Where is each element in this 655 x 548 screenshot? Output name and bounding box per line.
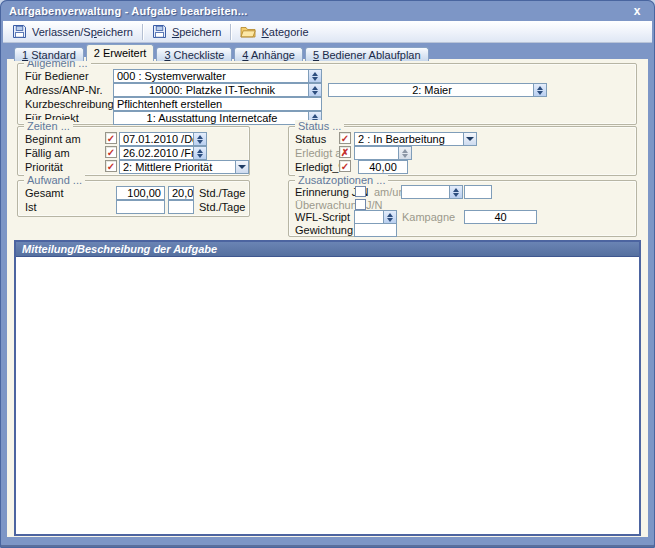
ist-tage-field[interactable] [168, 200, 194, 214]
beginnt-am-label: Beginnt am [25, 133, 81, 146]
category-label: Kategorie [261, 26, 308, 38]
faellig-am-label: Fällig am [25, 147, 70, 160]
beginnt-am-date-field[interactable]: 07.01.2010 /Do [119, 132, 207, 146]
wfl-script-value [355, 211, 383, 223]
prioritaet-label: Priorität [25, 161, 63, 174]
ist-unit-label: Std./Tage [199, 201, 245, 214]
status-value: 2 : In Bearbeitung [355, 133, 463, 145]
floppy-icon [12, 24, 27, 39]
spinner-button[interactable] [193, 133, 206, 145]
group-status: Status ... Status ✓ 2 : In Bearbeitung E… [288, 126, 637, 176]
contact-person-combo[interactable]: 2: Maier [328, 83, 547, 97]
erledigt-am-value [355, 147, 398, 159]
spinner-button[interactable] [308, 70, 321, 82]
tab-standard-label: 1 Standard [22, 49, 76, 61]
title-bar: Aufgabenverwaltung - Aufgabe bearbeiten.… [0, 0, 655, 21]
beginnt-am-check-icon[interactable]: ✓ [105, 132, 117, 144]
status-label: Status [295, 133, 326, 146]
adress-anp-label: Adress/ANP-Nr. [25, 84, 103, 97]
close-button[interactable]: x [628, 3, 646, 18]
form-panel: Allgemein ... Für Bediener 000 : Systemv… [7, 59, 648, 537]
erinnerung-datum-combo[interactable] [401, 185, 463, 199]
exit-save-label: Verlassen/Speichern [32, 26, 133, 38]
faellig-am-check-icon[interactable]: ✓ [105, 146, 117, 158]
spinner-button[interactable] [398, 147, 411, 159]
message-textarea[interactable] [16, 258, 639, 534]
adress-anp-combo[interactable]: 10000: Platzke IT-Technik [113, 83, 322, 97]
gesamt-label: Gesamt [25, 187, 64, 200]
floppy-icon [152, 24, 167, 39]
erledigt-pct-check-icon[interactable]: ✓ [339, 160, 351, 172]
group-zusatzoptionen-title: Zusatzoptionen ... [295, 174, 388, 186]
gesamt-stunden-field[interactable]: 100,00 [116, 186, 165, 200]
fuer-projekt-value: 1: Ausstattung Internetcafe [114, 112, 308, 124]
gesamt-tage-field[interactable]: 20,0 [168, 186, 194, 200]
fuer-bediener-value: 000 : Systemverwalter [114, 70, 308, 82]
tab-checkliste-label: 3 Checkliste [164, 49, 224, 61]
status-check-icon[interactable]: ✓ [339, 132, 351, 144]
ist-label: Ist [25, 201, 37, 214]
adress-anp-value: 10000: Platzke IT-Technik [114, 84, 308, 96]
gewichtung-field[interactable] [354, 223, 397, 237]
tab-anhaenge[interactable]: 4 Anhänge [234, 47, 303, 61]
tab-erweitert[interactable]: 2 Erweitert [86, 44, 155, 61]
fuer-bediener-combo[interactable]: 000 : Systemverwalter [113, 69, 322, 83]
message-section: Mitteilung/Beschreibung der Aufgabe [14, 240, 641, 536]
ueberwachung-checkbox[interactable] [355, 199, 366, 210]
group-zeiten: Zeiten ... Beginnt am ✓ 07.01.2010 /Do F… [17, 126, 250, 176]
fuer-bediener-label: Für Bediener [25, 70, 89, 83]
kurzbeschreibung-value: Pflichtenheft erstellen [114, 98, 321, 110]
gesamt-tage-value: 20,0 [169, 187, 193, 199]
erinnerung-datum-value [402, 186, 449, 198]
dropdown-arrow-button[interactable] [463, 133, 476, 145]
save-button[interactable]: Speichern [146, 22, 228, 42]
erledigt-am-date-field[interactable] [354, 146, 412, 160]
erinnerung-zeit-field[interactable] [464, 185, 492, 199]
kurzbeschreibung-input[interactable]: Pflichtenheft erstellen [113, 97, 322, 111]
ist-stunden-value [117, 201, 164, 213]
kampagne-field[interactable]: 40 [464, 210, 537, 224]
kurzbeschreibung-label: Kurzbeschreibung [25, 98, 114, 111]
tab-checkliste[interactable]: 3 Checkliste [156, 47, 232, 61]
group-zusatzoptionen: Zusatzoptionen ... Erinnerung J/N am/um … [288, 180, 637, 237]
dropdown-arrow-button[interactable] [235, 161, 248, 173]
ist-tage-value [169, 201, 193, 213]
erledigt-am-cross-icon[interactable]: ✗ [339, 146, 351, 158]
gewichtung-label: Gewichtung [295, 224, 353, 237]
faellig-am-value: 26.02.2010 /Fr [120, 147, 193, 159]
toolbar-separator [142, 24, 143, 40]
category-button[interactable]: Kategorie [234, 22, 314, 42]
gewichtung-value [355, 224, 396, 236]
group-status-title: Status ... [295, 120, 344, 132]
ist-stunden-field[interactable] [116, 200, 165, 214]
prioritaet-dropdown[interactable]: 2: Mittlere Priorität [119, 160, 249, 174]
spinner-button[interactable] [193, 147, 206, 159]
exit-save-button[interactable]: Verlassen/Speichern [6, 22, 139, 42]
group-zeiten-title: Zeiten ... [24, 120, 73, 132]
spinner-button[interactable] [449, 186, 462, 198]
toolbar: Verlassen/Speichern Speichern Kategorie [3, 21, 652, 43]
fuer-projekt-combo[interactable]: 1: Ausstattung Internetcafe [113, 111, 322, 125]
spinner-button[interactable] [533, 84, 546, 96]
wfl-script-combo[interactable] [354, 210, 397, 224]
tab-bediener-ablaufplan-label: 5 Bediener Ablaufplan [313, 49, 421, 61]
spinner-button[interactable] [383, 211, 396, 223]
erledigt-pct-field[interactable]: 40,00 [358, 160, 408, 174]
wfl-script-label: WFL-Script [295, 211, 350, 224]
app-window: Aufgabenverwaltung - Aufgabe bearbeiten.… [0, 0, 655, 548]
faellig-am-date-field[interactable]: 26.02.2010 /Fr [119, 146, 207, 160]
tab-standard[interactable]: 1 Standard [14, 47, 84, 61]
prioritaet-check-icon[interactable]: ✓ [105, 160, 117, 172]
tab-erweitert-label: 2 Erweitert [94, 47, 147, 59]
message-header: Mitteilung/Beschreibung der Aufgabe [16, 242, 639, 257]
spinner-button[interactable] [308, 84, 321, 96]
group-allgemein: Allgemein ... Für Bediener 000 : Systemv… [17, 63, 637, 125]
erledigt-pct-value: 40,00 [359, 161, 407, 173]
status-dropdown[interactable]: 2 : In Bearbeitung [354, 132, 477, 146]
window-title: Aufgabenverwaltung - Aufgabe bearbeiten.… [9, 5, 628, 17]
kampagne-value: 40 [465, 211, 536, 223]
group-aufwand-title: Aufwand ... [24, 174, 85, 186]
erinnerung-checkbox[interactable] [355, 186, 366, 197]
contact-person-value: 2: Maier [329, 84, 533, 96]
tab-bediener-ablaufplan[interactable]: 5 Bediener Ablaufplan [305, 47, 429, 61]
